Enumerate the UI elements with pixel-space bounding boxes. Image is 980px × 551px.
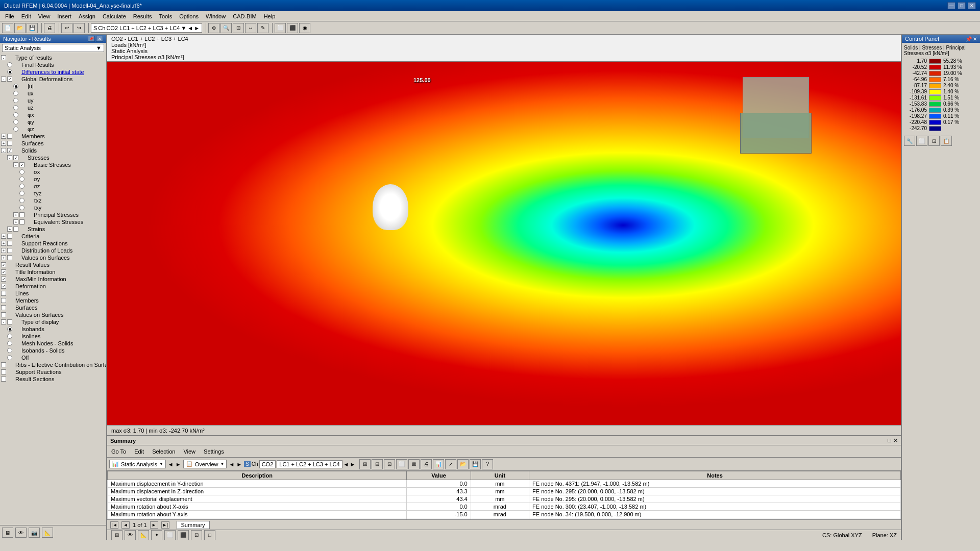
menu-item-results[interactable]: Results — [130, 13, 155, 20]
lc-prev[interactable]: ◄ — [187, 25, 193, 31]
tree-node-16[interactable]: σx — [0, 168, 106, 176]
st9[interactable]: 📂 — [457, 459, 469, 469]
checkbox-35[interactable] — [1, 305, 6, 310]
checkbox-36[interactable] — [1, 312, 6, 317]
tree-node-4[interactable]: |u| — [0, 83, 106, 90]
tree-node-43[interactable]: Ribs - Effective Contribution on Surfa..… — [0, 361, 106, 368]
control-buttons[interactable]: 📌 ✕ — [966, 36, 977, 42]
expand-icon-26[interactable]: + — [1, 241, 6, 246]
menu-item-file[interactable]: File — [2, 13, 17, 20]
st2[interactable]: ⊟ — [372, 459, 383, 469]
tool7[interactable]: ⬛ — [287, 23, 298, 33]
radio-20[interactable] — [19, 198, 24, 203]
rp-btn2[interactable]: ⬜ — [916, 136, 927, 146]
tree-node-38[interactable]: Isobands — [0, 325, 106, 333]
cp-close[interactable]: ✕ — [973, 36, 977, 42]
expand-icon-27[interactable]: + — [1, 248, 6, 253]
checkbox-11[interactable] — [7, 134, 12, 139]
summary-goto[interactable]: Go To — [109, 448, 128, 455]
checkbox-3[interactable]: ✓ — [7, 77, 12, 82]
expand-icon-14[interactable]: - — [7, 155, 12, 160]
checkbox-23[interactable] — [19, 219, 24, 224]
nav-dropdown[interactable]: Static Analysis ▼ — [2, 44, 104, 52]
radio-40[interactable] — [7, 341, 12, 346]
cp-pin[interactable]: 📌 — [966, 36, 972, 42]
new-button[interactable]: 📄 — [2, 23, 13, 33]
sb3[interactable]: 📐 — [138, 530, 149, 540]
radio-2[interactable] — [7, 69, 12, 74]
tree-node-37[interactable]: -Type of display — [0, 318, 106, 325]
radio-16[interactable] — [19, 169, 24, 174]
checkbox-32[interactable]: ✓ — [1, 284, 6, 289]
st4[interactable]: ⬜ — [396, 459, 407, 469]
summary-close[interactable]: ✕ — [893, 437, 898, 444]
nav-icon2[interactable]: 👁 — [15, 528, 27, 538]
lc-combo-next[interactable]: ► — [350, 461, 355, 467]
radio-7[interactable] — [13, 105, 18, 110]
tree-node-23[interactable]: +Equivalent Stresses — [0, 218, 106, 226]
tree-node-12[interactable]: +Surfaces — [0, 140, 106, 147]
radio-39[interactable] — [7, 334, 12, 339]
tree-node-20[interactable]: τxz — [0, 197, 106, 204]
checkbox-29[interactable]: ✓ — [1, 262, 6, 267]
radio-10[interactable] — [13, 127, 18, 132]
checkbox-12[interactable] — [7, 141, 12, 146]
tree-node-10[interactable]: φz — [0, 126, 106, 133]
tree-node-45[interactable]: Result Sections — [0, 375, 106, 383]
st6[interactable]: 🖨 — [421, 459, 432, 469]
st7[interactable]: 📊 — [433, 459, 444, 469]
tree-node-41[interactable]: Isobands - Solids — [0, 347, 106, 354]
sb2[interactable]: 👁 — [125, 530, 136, 540]
minimize-button[interactable]: — — [947, 2, 955, 9]
tree-node-1[interactable]: Final Results — [0, 61, 106, 68]
summary-expand[interactable]: □ — [888, 437, 891, 444]
expand-icon-28[interactable]: + — [1, 255, 6, 260]
tree-node-34[interactable]: Members — [0, 297, 106, 304]
undo-button[interactable]: ↩ — [61, 23, 72, 33]
menu-item-cad-bim[interactable]: CAD-BIM — [230, 13, 259, 20]
maximize-button[interactable]: □ — [958, 2, 966, 9]
tool6[interactable]: ⬜ — [275, 23, 286, 33]
expand-icon-22[interactable]: + — [13, 212, 18, 217]
lc-arrow[interactable]: ▼ — [181, 25, 186, 31]
tree-node-36[interactable]: Values on Surfaces — [0, 311, 106, 318]
combo-prev1[interactable]: ◄ — [168, 461, 174, 467]
tree-node-30[interactable]: ✓Title Information — [0, 268, 106, 276]
checkbox-13[interactable]: ✓ — [7, 148, 12, 153]
summary-selection[interactable]: Selection — [150, 448, 177, 455]
expand-icon-11[interactable]: + — [1, 134, 6, 139]
rp-btn3[interactable]: ⊡ — [928, 136, 940, 146]
st3[interactable]: ⊡ — [384, 459, 395, 469]
checkbox-24[interactable] — [13, 227, 18, 232]
analysis-arrow[interactable]: ▼ — [159, 462, 163, 466]
overview-combo[interactable]: 📋 Overview ▼ — [183, 460, 227, 468]
summary-edit[interactable]: Edit — [132, 448, 146, 455]
menu-item-tools[interactable]: Tools — [156, 13, 175, 20]
sb5[interactable]: ⬜ — [164, 530, 176, 540]
rp-btn1[interactable]: 🔧 — [904, 136, 915, 146]
st5[interactable]: ⊠ — [408, 459, 420, 469]
checkbox-22[interactable] — [19, 212, 24, 217]
radio-4[interactable] — [13, 84, 18, 89]
tool5[interactable]: ✎ — [257, 23, 268, 33]
sb6[interactable]: ⬛ — [178, 530, 189, 540]
radio-5[interactable] — [13, 91, 18, 96]
menu-item-view[interactable]: View — [35, 13, 54, 20]
radio-17[interactable] — [19, 177, 24, 182]
menu-item-insert[interactable]: Insert — [54, 13, 75, 20]
checkbox-37[interactable] — [7, 319, 12, 324]
checkbox-25[interactable] — [7, 234, 12, 239]
radio-42[interactable] — [7, 355, 12, 360]
st8[interactable]: ↗ — [445, 459, 456, 469]
combo-next1[interactable]: ► — [176, 461, 181, 467]
sb7[interactable]: ⊡ — [191, 530, 202, 540]
print-button[interactable]: 🖨 — [44, 23, 55, 33]
co2-combo[interactable]: CO2 — [259, 460, 276, 468]
tool4[interactable]: ↔ — [245, 23, 256, 33]
radio-1[interactable] — [7, 62, 12, 67]
tree-node-11[interactable]: +Members — [0, 133, 106, 140]
menu-item-options[interactable]: Options — [176, 13, 202, 20]
tree-node-29[interactable]: ✓Result Values — [0, 261, 106, 268]
tree-node-5[interactable]: ux — [0, 90, 106, 97]
checkbox-14[interactable]: ✓ — [13, 155, 18, 160]
